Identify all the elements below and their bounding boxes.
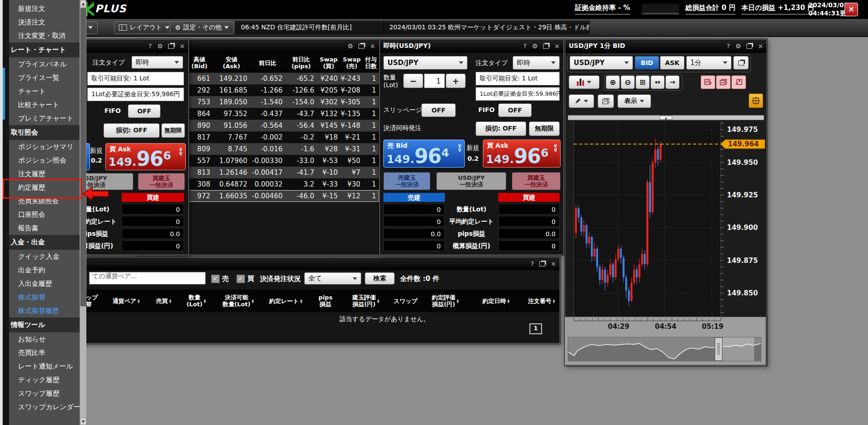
sidebar-scrollbar[interactable]: ▲ ▼ (80, 0, 86, 425)
history-col-pips損益[interactable]: pips 損益 (309, 294, 342, 308)
sidebar-item-クイック入金[interactable]: クイック入金 (9, 250, 80, 263)
crosshair-icon[interactable] (749, 93, 763, 108)
bulk-close-buy-button[interactable]: 買建玉 一括決済 (512, 172, 561, 190)
interval-select[interactable]: 1分 (686, 56, 731, 70)
copy-chart-icon[interactable] (716, 75, 731, 89)
scrollbar-thumb[interactable] (80, 8, 86, 306)
sidebar-item-プライス一覧[interactable]: プライス一覧 (9, 71, 80, 84)
rate-col-header[interactable]: Swap (買) (317, 56, 340, 70)
history-col-注文番号[interactable]: 注文番号▲▼ (523, 298, 560, 304)
news-ticker-2[interactable]: 2024/03/01 03:25 欧州マーケットダイジェスト・29日 株高・ドル… (383, 21, 590, 34)
qty-input[interactable]: 1 (424, 74, 445, 88)
chart-pair-select[interactable]: USD/JPY (570, 56, 633, 70)
sidebar-item-お知らせ[interactable]: お知らせ (9, 332, 80, 346)
bid-tab[interactable]: BID (635, 56, 659, 70)
sort-icon[interactable]: ▲▼ (169, 299, 171, 303)
history-col-決済可能数量(Lot)[interactable]: 決済可能 数量(Lot)▲▼ (214, 294, 263, 308)
sort-icon[interactable]: ▲▼ (377, 299, 379, 303)
sidebar-item-ポジション照会[interactable]: ポジション照会 (9, 154, 80, 167)
buy-checkbox[interactable]: ✓ (236, 275, 245, 283)
sell-checkbox[interactable]: ✓ (211, 275, 220, 283)
help-icon[interactable]: ? (726, 42, 730, 50)
history-col-スワップ[interactable]: スワップ (389, 298, 422, 304)
sort-icon[interactable]: ▲▼ (137, 299, 140, 303)
rate-col-header[interactable]: 安値 (Ask) (213, 56, 250, 70)
rate-col-header[interactable]: 付与 日数 (363, 56, 379, 70)
slippage-toggle-button[interactable]: OFF (421, 103, 456, 117)
display-menu-button[interactable]: 表示 (618, 94, 651, 108)
sidebar-item-スワップカレンダー[interactable]: スワップカレンダー (9, 400, 80, 414)
chart-navigator[interactable] (568, 337, 761, 361)
close-window-icon[interactable]: × (554, 42, 560, 50)
sidebar-item-情報ツール[interactable]: 情報ツール (9, 318, 80, 332)
fifo-toggle-button[interactable]: OFF (128, 104, 160, 118)
layout-menu-button[interactable]: レイアウト (114, 21, 175, 34)
sidebar-item-出金予約[interactable]: 出金予約 (9, 263, 80, 277)
restore-window-icon[interactable] (539, 262, 545, 266)
buy-ask-button[interactable]: 買 Ask 149.966 ∨∨ (483, 140, 561, 168)
duplicate-chart-icon[interactable] (733, 56, 749, 70)
stoploss-button[interactable]: 損切: OFF (104, 123, 160, 138)
help-icon[interactable]: ? (523, 42, 526, 50)
sidebar-item-比較チャート[interactable]: 比較チャート (9, 98, 80, 112)
status-filter-select[interactable]: 全て (304, 272, 361, 285)
sort-icon[interactable]: ▲▼ (507, 299, 509, 303)
close-app-icon[interactable]: × (844, 3, 858, 16)
pair-search-input[interactable]: ての通貨ペア... (89, 272, 206, 285)
help-icon[interactable]: ? (148, 42, 151, 50)
sidebar-item-取引照会[interactable]: 取引照会 (9, 125, 80, 140)
sidebar-item-注文変更・取消[interactable]: 注文変更・取消 (9, 29, 80, 42)
zoom-out-icon[interactable]: ⊖ (621, 75, 635, 89)
close-window-icon[interactable]: × (758, 42, 763, 50)
page-1-button[interactable]: 1 (529, 323, 542, 334)
sell-bid-button[interactable]: 売 Bid 149.964 ∨∨ (383, 140, 465, 168)
chart-titlebar[interactable]: USD/JPY 1分 BID ? ⚙ × (565, 39, 767, 53)
link-chart-icon[interactable] (731, 75, 746, 89)
history-col-通貨ペア[interactable]: 通貨ペア▲▼ (104, 298, 149, 304)
chart-type-button[interactable] (569, 75, 599, 89)
sidebar-item-売買比率[interactable]: 売買比率 (9, 346, 80, 360)
sidebar-item-口座照会[interactable]: 口座照会 (9, 208, 80, 221)
fit-both-icon[interactable]: ⊞ (636, 75, 650, 89)
bulk-close-buy-button[interactable]: 買建玉 一括決済 (138, 173, 185, 190)
rate-col-header[interactable]: 高値 (Bid) (186, 56, 213, 70)
history-col-売買[interactable]: 売買▲▼ (149, 298, 179, 304)
fifo-toggle-button[interactable]: OFF (498, 103, 532, 117)
history-titlebar[interactable]: ? × (68, 257, 560, 270)
gear-icon[interactable]: ⚙ (736, 42, 741, 50)
restore-window-icon[interactable] (543, 44, 549, 49)
sidebar-item-新規注文[interactable]: 新規注文 (9, 2, 80, 15)
expiry-button[interactable]: 無期限 (529, 121, 560, 136)
qty-plus-button[interactable]: + (446, 74, 466, 88)
pair-select[interactable]: USD/JPY (383, 56, 467, 70)
ask-tab[interactable]: ASK (660, 56, 684, 70)
rate-col-header[interactable]: 前日比 (pips) (285, 56, 317, 70)
sort-icon[interactable]: ▲▼ (204, 299, 206, 303)
bulk-close-pair-button[interactable]: USD/JPY 一括決済 (436, 172, 506, 190)
sidebar-item-スワップ履歴[interactable]: スワップ履歴 (9, 387, 80, 400)
gear-icon[interactable]: ⚙ (532, 42, 538, 50)
sidebar-item-プライスパネル[interactable]: プライスパネル (9, 57, 80, 71)
history-col-約定日時[interactable]: 約定日時▲▼ (469, 298, 523, 304)
sidebar-item-チャート[interactable]: チャート (9, 84, 80, 98)
sort-icon[interactable]: ▲▼ (300, 299, 302, 303)
restore-window-icon[interactable] (359, 44, 364, 49)
history-col-建玉評価損益(円)[interactable]: 建玉評価 損益(円)▲▼ (342, 294, 389, 308)
sidebar-item-株式振替履歴[interactable]: 株式振替履歴 (9, 304, 80, 318)
sidebar-item-レート通知メール[interactable]: レート通知メール (9, 360, 80, 373)
restore-window-icon[interactable] (168, 44, 174, 49)
sort-icon[interactable]: ▲▼ (553, 299, 555, 303)
order-type-select[interactable]: 即時 (513, 56, 560, 70)
add-chart-icon[interactable] (701, 75, 715, 89)
news-ticker-1[interactable]: 06:45 NZD 住宅建設許可件数[前月比] (235, 21, 392, 34)
history-col-約定レート[interactable]: 約定レート▲▼ (263, 298, 309, 304)
help-icon[interactable]: ? (531, 260, 534, 267)
search-button[interactable]: 検索 (365, 272, 395, 285)
sidebar-item-レート・チャート[interactable]: レート・チャート (9, 42, 80, 57)
sidebar-item-株式振替[interactable]: 株式振替 (9, 290, 80, 304)
bulk-close-sell-button[interactable]: 売建玉 一括決済 (383, 172, 430, 190)
pattern-icon[interactable] (598, 94, 614, 108)
sidebar-item-決済注文[interactable]: 決済注文 (9, 15, 80, 29)
sidebar-item-入金・出金[interactable]: 入金・出金 (9, 235, 80, 250)
navigator-scroll-thumb[interactable] (715, 337, 722, 361)
